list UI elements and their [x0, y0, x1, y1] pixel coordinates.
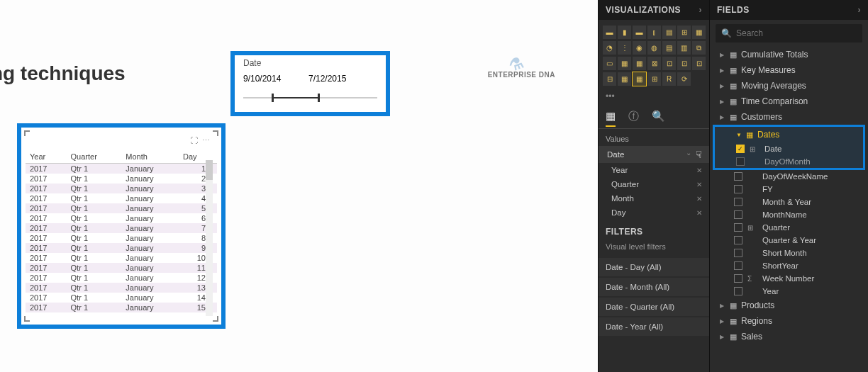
checkbox[interactable]: [734, 210, 742, 219]
date-end-input[interactable]: [308, 74, 365, 84]
fields-search[interactable]: 🔍: [716, 24, 862, 43]
slider-handle-start[interactable]: [272, 94, 274, 102]
viz-type-icon[interactable]: ⧉: [692, 41, 706, 55]
table-row[interactable]: 2017Qtr 1January12: [26, 273, 217, 283]
checkbox[interactable]: ✓: [736, 145, 745, 153]
field-table-products[interactable]: ▶▦Products: [710, 298, 868, 313]
date-slicer-visual[interactable]: Date: [230, 51, 390, 116]
field-table-time-comparison[interactable]: ▶▦Time Comparison: [710, 94, 868, 109]
values-field-item[interactable]: Year✕: [599, 163, 709, 177]
checkbox[interactable]: [734, 198, 742, 206]
field-column[interactable]: ShortYear: [710, 259, 868, 272]
field-column[interactable]: Short Month: [710, 247, 868, 259]
filter-item[interactable]: Date - Year (All): [599, 317, 709, 336]
viz-type-icon[interactable]: ▤: [662, 26, 676, 39]
table-row[interactable]: 2017Qtr 1January2: [26, 174, 217, 184]
viz-type-icon[interactable]: ⊡: [692, 57, 706, 70]
field-column[interactable]: MonthName: [710, 208, 868, 221]
report-canvas[interactable]: hing techniques Date ⚗ ENTERPRISE DNA ⛶ …: [0, 0, 598, 372]
field-table-dates[interactable]: ▼▦Dates: [715, 127, 863, 142]
checkbox[interactable]: [734, 236, 742, 244]
viz-type-icon[interactable]: ⋮: [618, 41, 631, 55]
table-row[interactable]: 2017Qtr 1January13: [26, 283, 217, 293]
format-tab-icon[interactable]: ⓕ: [628, 110, 639, 127]
viz-type-icon[interactable]: ◔: [603, 41, 616, 55]
checkbox[interactable]: [734, 261, 742, 270]
table-row[interactable]: 2017Qtr 1January10: [26, 253, 217, 263]
table-row[interactable]: 2017Qtr 1January3: [26, 184, 217, 193]
table-row[interactable]: 2017Qtr 1January9: [26, 243, 217, 253]
viz-type-icon[interactable]: ▦: [692, 26, 706, 39]
checkbox[interactable]: [734, 249, 742, 257]
column-header[interactable]: Year: [26, 150, 67, 164]
field-table-regions[interactable]: ▶▦Regions: [710, 313, 868, 329]
analytics-tab-icon[interactable]: 🔍: [652, 110, 665, 127]
field-column[interactable]: DayOfMonth: [715, 155, 863, 168]
table-scrollbar[interactable]: [206, 160, 213, 316]
values-field-item[interactable]: Day✕: [599, 205, 709, 220]
table-row[interactable]: 2017Qtr 1January14: [26, 293, 217, 303]
table-row[interactable]: 2017Qtr 1January15: [26, 303, 217, 312]
more-options-icon[interactable]: ⋯: [202, 136, 210, 145]
field-table-moving-averages[interactable]: ▶▦Moving Averages: [710, 78, 868, 94]
checkbox[interactable]: [734, 287, 742, 295]
column-header[interactable]: Quarter: [67, 150, 122, 164]
checkbox[interactable]: [736, 157, 745, 166]
field-table-cumulative-totals[interactable]: ▶▦Cumulative Totals: [710, 47, 868, 62]
search-input[interactable]: [736, 28, 857, 38]
field-column[interactable]: Year: [710, 285, 868, 298]
viz-type-icon[interactable]: ⟳: [677, 72, 691, 86]
viz-type-icon[interactable]: R: [662, 72, 676, 86]
viz-type-icon[interactable]: ⊞: [677, 26, 691, 39]
viz-type-icon[interactable]: ◉: [633, 41, 646, 55]
viz-type-icon[interactable]: ▬: [633, 26, 646, 39]
viz-type-icon[interactable]: ⫿: [647, 26, 661, 39]
viz-type-icon[interactable]: ◍: [647, 41, 661, 55]
table-row[interactable]: 2017Qtr 1January7: [26, 223, 217, 233]
viz-type-icon[interactable]: ▮: [618, 26, 631, 39]
field-table-key-measures[interactable]: ▶▦Key Measures: [710, 62, 868, 78]
field-column[interactable]: Quarter & Year: [710, 234, 868, 247]
field-column[interactable]: ⊞Quarter: [710, 221, 868, 234]
focus-mode-icon[interactable]: ⛶: [190, 136, 198, 145]
viz-type-icon[interactable]: ▦: [618, 57, 631, 70]
slider-handle-end[interactable]: [318, 94, 320, 102]
visualizations-header[interactable]: VISUALIZATIONS›: [599, 0, 709, 20]
table-row[interactable]: 2017Qtr 1January4: [26, 193, 217, 203]
table-row[interactable]: 2017Qtr 1January8: [26, 233, 217, 243]
checkbox[interactable]: [734, 185, 742, 193]
checkbox[interactable]: [734, 223, 742, 232]
filter-item[interactable]: Date - Day (All): [599, 258, 709, 276]
viz-type-icon[interactable]: ▭: [603, 57, 616, 70]
filter-item[interactable]: Date - Month (All): [599, 278, 709, 296]
viz-type-icon[interactable]: ⊞: [647, 72, 661, 86]
values-field-item[interactable]: Month✕: [599, 191, 709, 205]
table-visual[interactable]: ⛶ ⋯ YearQuarterMonthDay 2017Qtr 1January…: [17, 123, 226, 329]
viz-type-icon[interactable]: ▥: [677, 41, 691, 55]
checkbox[interactable]: [734, 274, 742, 283]
viz-type-icon[interactable]: ⊠: [647, 57, 661, 70]
viz-type-icon[interactable]: ▦: [618, 72, 631, 86]
table-row[interactable]: 2017Qtr 1January1: [26, 164, 217, 174]
table-row[interactable]: 2017Qtr 1January5: [26, 203, 217, 213]
date-slider[interactable]: [243, 92, 377, 103]
viz-type-icon[interactable]: ⊡: [677, 57, 691, 70]
viz-type-icon[interactable]: ⊡: [662, 57, 676, 70]
checkbox[interactable]: [734, 172, 742, 181]
fields-tab-icon[interactable]: ▦: [606, 110, 616, 127]
viz-type-icon[interactable]: ▦: [633, 72, 646, 86]
field-table-sales[interactable]: ▶▦Sales: [710, 329, 868, 344]
table-row[interactable]: 2017Qtr 1January6: [26, 213, 217, 223]
values-field-item[interactable]: Quarter✕: [599, 177, 709, 191]
field-column[interactable]: DayOfWeekName: [710, 170, 868, 183]
field-column[interactable]: ΣWeek Number: [710, 272, 868, 285]
fields-header[interactable]: FIELDS›: [710, 0, 868, 20]
date-start-input[interactable]: [243, 74, 300, 84]
field-column[interactable]: ✓⊞Date: [715, 142, 863, 155]
values-group-date[interactable]: Date ⌄☟: [599, 146, 709, 163]
viz-type-icon[interactable]: ▤: [662, 41, 676, 55]
filter-item[interactable]: Date - Quarter (All): [599, 298, 709, 316]
field-table-customers[interactable]: ▶▦Customers: [710, 109, 868, 125]
more-visuals-icon[interactable]: •••: [599, 91, 709, 107]
column-header[interactable]: Month: [121, 150, 179, 164]
